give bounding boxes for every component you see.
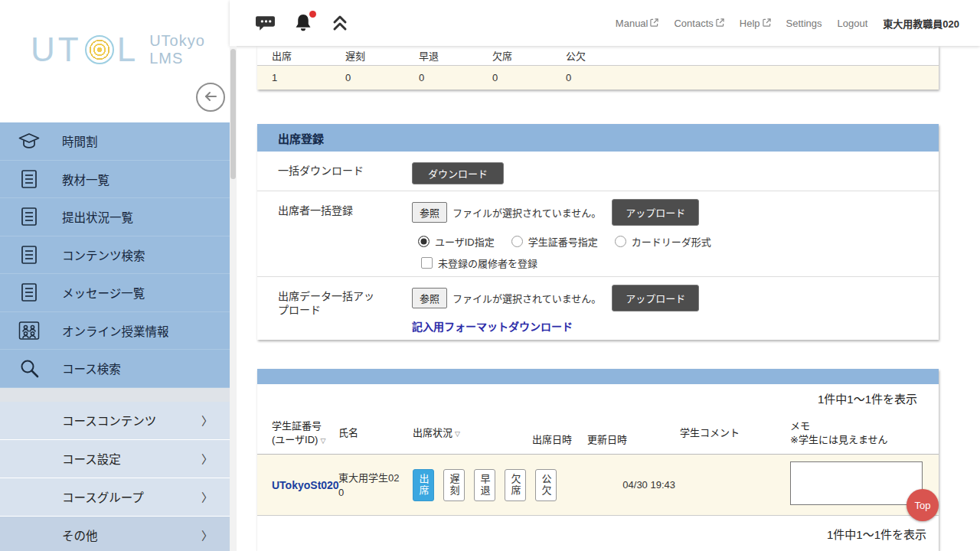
summary-value-early-leave: 0	[404, 72, 478, 83]
status-excused-button[interactable]: 公欠	[535, 469, 557, 501]
column-attendance-time: 出席日時	[526, 412, 587, 454]
status-absent-button[interactable]: 欠席	[505, 469, 526, 501]
sidebar-submenu: コースコンテンツ 〉 コース設定 〉 コースグループ 〉 その他 〉	[0, 402, 230, 551]
document-list-icon	[16, 282, 42, 303]
summary-value-absent: 0	[478, 72, 551, 83]
summary-values-row: 1 0 0 0 0	[257, 66, 939, 90]
sidebar-menu: 時間割 教材一覧 提出状況一覧	[0, 122, 230, 388]
column-attendance-status[interactable]: 出席状況▽	[409, 412, 526, 454]
upload-button[interactable]: アップロード	[612, 199, 699, 226]
topbar-icons	[230, 12, 349, 34]
people-group-icon	[16, 320, 42, 341]
attendance-data-upload-row: 出席データ一括アップロード 参照 ファイルが選択されていません。 アップロード …	[257, 277, 939, 340]
attendance-data-upload-label: 出席データ一括アップロード	[257, 277, 412, 340]
sidebar-item-messages[interactable]: メッセージ一覧	[0, 274, 230, 312]
student-name: 東大用学生020	[338, 472, 399, 498]
status-button-group: 出席 遅刻 早退 欠席 公欠	[413, 469, 554, 501]
memo-textarea[interactable]	[790, 461, 923, 505]
chat-icon[interactable]	[255, 14, 276, 33]
student-row: UTokyoSt020 東大用学生020 出席 遅刻 早退 欠席 公欠	[257, 455, 939, 516]
student-id-link[interactable]: UTokyoSt020	[272, 479, 339, 491]
external-link-icon	[716, 18, 724, 29]
sidebar-item-content-search[interactable]: コンテンツ検索	[0, 236, 230, 275]
column-memo: メモ ※学生には見えません	[789, 412, 939, 454]
no-file-selected-text: ファイルが選択されていません。	[452, 291, 601, 305]
sidebar-item-submissions[interactable]: 提出状況一覧	[0, 198, 230, 236]
download-button[interactable]: ダウンロード	[412, 162, 504, 184]
sidebar: UT L UTokyo LMS	[0, 0, 230, 551]
sidebar-item-materials[interactable]: 教材一覧	[0, 161, 230, 199]
main-area: Manual Contacts Help Settings Logout 東大用…	[230, 0, 980, 551]
sidebar-item-timetable[interactable]: 時間割	[0, 122, 230, 161]
summary-header-late: 遅刻	[331, 48, 404, 63]
current-user-name: 東大用教職員020	[883, 16, 959, 31]
format-download-link[interactable]: 記入用フォーマットダウンロード	[412, 318, 573, 334]
result-count-text-bottom: 1件中1〜1件を表示	[257, 516, 939, 551]
students-table-header-bar	[257, 369, 939, 384]
back-arrow-icon	[203, 89, 218, 106]
radio-card-reader[interactable]: カードリーダ形式	[615, 234, 728, 249]
column-student-id[interactable]: 学生証番号 (ユーザID)▽	[257, 412, 338, 454]
checkbox-icon	[421, 257, 433, 269]
attendance-register-section: 出席登録 一括ダウンロード ダウンロード 出席者一括登録 参照 ファイルが選択さ…	[257, 124, 939, 340]
no-file-selected-text: ファイルが選択されていません。	[452, 205, 601, 220]
radio-unselected-icon	[511, 236, 523, 247]
scroll-to-top-button[interactable]: Top	[906, 489, 939, 521]
status-present-button[interactable]: 出席	[413, 469, 434, 501]
collapse-topbar-double-chevron-icon[interactable]	[331, 13, 349, 33]
sidebar-item-course-settings[interactable]: コース設定 〉	[0, 440, 230, 478]
utol-logo: UT L UTokyo LMS	[31, 31, 230, 69]
utol-lms-app: UT L UTokyo LMS	[0, 0, 980, 551]
status-late-button[interactable]: 遅刻	[443, 469, 465, 501]
result-count-text: 1件中1〜1件を表示	[257, 384, 939, 412]
logout-link[interactable]: Logout	[838, 18, 868, 29]
logo-o-rings-icon	[85, 35, 114, 64]
sidebar-item-online-class[interactable]: オンライン授業情報	[0, 312, 230, 350]
sort-indicator-icon: ▽	[455, 430, 460, 438]
radio-user-id[interactable]: ユーザID指定	[418, 234, 511, 249]
sidebar-item-others[interactable]: その他 〉	[0, 517, 230, 551]
topbar: Manual Contacts Help Settings Logout 東大用…	[230, 0, 980, 46]
radio-selected-icon	[418, 236, 430, 247]
attendee-bulk-register-label: 出席者一括登録	[257, 191, 412, 276]
sidebar-collapse-button[interactable]	[196, 83, 225, 112]
attendee-bulk-register-row: 出席者一括登録 参照 ファイルが選択されていません。 アップロード ユーザID指…	[257, 191, 939, 277]
settings-link[interactable]: Settings	[786, 18, 822, 29]
register-unregistered-checkbox[interactable]: 未登録の履修者を登録	[412, 256, 931, 270]
sidebar-item-course-contents[interactable]: コースコンテンツ 〉	[0, 402, 230, 440]
scrollbar-thumb[interactable]	[230, 49, 236, 179]
document-list-icon	[16, 206, 42, 227]
chevron-right-icon: 〉	[201, 489, 213, 505]
contacts-link[interactable]: Contacts	[674, 18, 724, 29]
section-title: 出席登録	[257, 124, 939, 152]
status-early-leave-button[interactable]: 早退	[474, 469, 495, 501]
notifications-bell-icon[interactable]	[292, 12, 314, 34]
radio-student-number[interactable]: 学生証番号指定	[511, 234, 615, 249]
radio-unselected-icon	[615, 236, 626, 247]
manual-link[interactable]: Manual	[616, 18, 659, 29]
notification-dot	[309, 11, 316, 18]
summary-header-absent: 欠席	[478, 48, 551, 63]
summary-header-present: 出席	[257, 48, 331, 63]
document-list-icon	[16, 244, 42, 266]
students-attendance-section: 1件中1〜1件を表示 学生証番号 (ユーザID)▽ 氏名 出席状況▽ 出席日時 …	[257, 369, 939, 551]
magnifier-icon	[16, 357, 42, 379]
chevron-right-icon: 〉	[201, 451, 213, 467]
browse-file-button[interactable]: 参照	[412, 202, 447, 223]
utol-brand-text: UT L	[31, 31, 139, 69]
bulk-download-label: 一括ダウンロード	[257, 152, 412, 191]
browse-file-button[interactable]: 参照	[412, 288, 447, 308]
sidebar-item-course-group[interactable]: コースグループ 〉	[0, 478, 230, 517]
column-name: 氏名	[338, 412, 409, 454]
summary-header-early-leave: 早退	[404, 48, 478, 63]
logo-area: UT L UTokyo LMS	[0, 0, 230, 122]
sidebar-item-course-search[interactable]: コース検索	[0, 350, 230, 388]
logo-subtitle: UTokyo LMS	[149, 32, 205, 67]
help-link[interactable]: Help	[740, 18, 771, 29]
update-time-cell: 04/30 19:43	[587, 479, 675, 491]
chevron-right-icon: 〉	[201, 412, 213, 429]
summary-header-row: 出席 遅刻 早退 欠席 公欠	[257, 46, 939, 66]
graduation-cap-icon	[16, 131, 42, 151]
upload-button[interactable]: アップロード	[612, 285, 699, 311]
summary-value-excused: 0	[551, 72, 625, 83]
